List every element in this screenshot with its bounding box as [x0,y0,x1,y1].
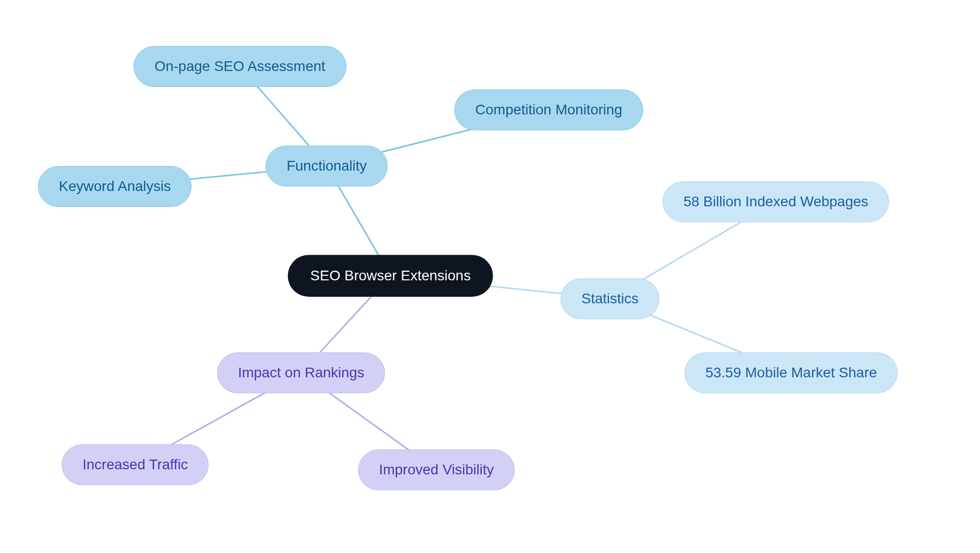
node-statistics: Statistics [560,278,659,319]
node-impact-on-rankings: Impact on Rankings [217,352,385,393]
node-keyword-analysis: Keyword Analysis [38,166,191,207]
node-competition-monitoring: Competition Monitoring [454,89,643,130]
node-functionality: Functionality [265,146,387,186]
node-onpage-seo-assessment: On-page SEO Assessment [134,46,347,87]
node-improved-visibility: Improved Visibility [358,449,514,490]
node-increased-traffic: Increased Traffic [62,444,209,485]
node-root: SEO Browser Extensions [288,255,493,297]
mindmap-canvas: SEO Browser Extensions Functionality On-… [0,0,980,553]
node-indexed-webpages: 58 Billion Indexed Webpages [663,181,889,222]
node-mobile-market-share: 53.59 Mobile Market Share [684,352,898,393]
